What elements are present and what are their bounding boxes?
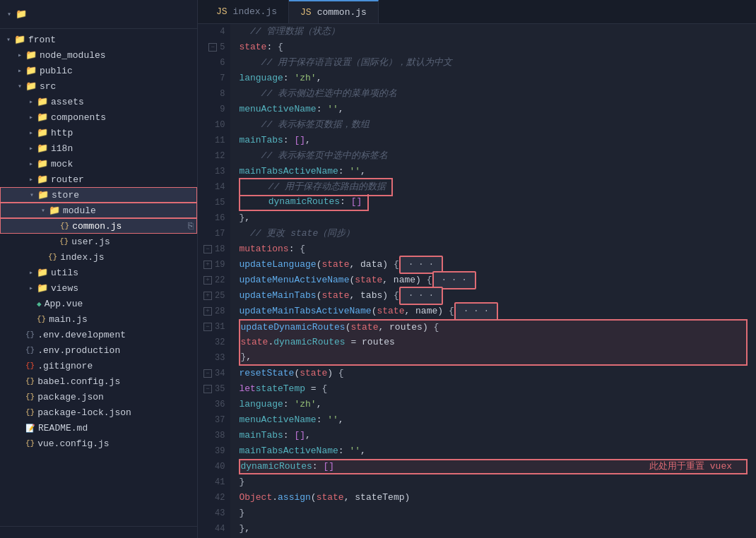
tree-item-front[interactable]: ▾📁front <box>0 32 197 47</box>
tree-label: public <box>40 66 73 76</box>
chevron-icon: ▸ <box>14 51 25 59</box>
tree-item-index.js[interactable]: {}index.js <box>0 249 197 265</box>
tree-item-node_modules[interactable]: ▸📁node_modules <box>0 47 197 63</box>
code-line-9: menuActiveName: '', <box>239 102 748 117</box>
tree-item-public[interactable]: ▸📁public <box>0 63 197 78</box>
folder-icon: 📁 <box>37 112 48 123</box>
collapsed-code[interactable]: · · · <box>454 302 498 321</box>
folder-icon: 📁 <box>14 34 25 45</box>
fold-icon[interactable]: + <box>203 307 212 316</box>
fold-icon[interactable]: − <box>203 323 212 331</box>
tree-item-README.md[interactable]: 📝README.md <box>0 420 197 436</box>
line-number-36: 36 <box>203 397 225 412</box>
line-number-13: 13 <box>203 164 225 179</box>
folder-icon: 📁 <box>37 174 48 185</box>
code-line-5: state: { <box>239 40 748 55</box>
line-number-14: 14 <box>203 179 225 195</box>
folder-icon: 📁 <box>49 205 60 216</box>
tree-item-.env.production[interactable]: {}.env.production <box>0 342 197 358</box>
code-line-16: }, <box>239 210 748 226</box>
tree-item-.env.development[interactable]: {}.env.development <box>0 327 197 342</box>
tree-label: i18n <box>51 143 73 154</box>
code-line-41: } <box>239 474 748 490</box>
tree-label: README.md <box>38 423 88 434</box>
tree-item-vue.config.js[interactable]: {}vue.config.js <box>0 436 197 451</box>
file-icon: {} <box>59 237 69 246</box>
line-number-16: 16 <box>203 210 225 226</box>
folder-icon: 📁 <box>37 189 49 201</box>
tree-item-src[interactable]: ▾📁src <box>0 78 197 94</box>
file-icon: ◆ <box>37 299 42 309</box>
fold-icon[interactable]: + <box>203 292 212 300</box>
tree-item-module[interactable]: ▾📁module <box>0 203 197 218</box>
tree-item-http[interactable]: ▸📁http <box>0 125 197 141</box>
editor-tabs: JSindex.jsJScommon.js <box>198 0 756 24</box>
fold-icon[interactable]: − <box>203 385 212 393</box>
code-line-42: Object.assign(state, stateTemp) <box>239 490 748 506</box>
tree-item-views[interactable]: ▸📁views <box>0 280 197 296</box>
file-icon: {} <box>25 361 35 370</box>
code-line-40: dynamicRoutes: [] 此处用于重置 vuex <box>239 459 748 474</box>
tree-item-router[interactable]: ▸📁router <box>0 172 197 187</box>
tree-item-user.js[interactable]: {}user.js <box>0 234 197 249</box>
tree-item-common.js[interactable]: {}common.js⎘ <box>0 218 197 234</box>
tree-label: views <box>51 283 78 294</box>
tab-common.js[interactable]: JScommon.js <box>289 0 379 23</box>
editor-content[interactable]: 4−567891011121314151617−18+19+22+25+28−3… <box>198 24 756 538</box>
tree-label: src <box>40 81 56 92</box>
file-icon: {} <box>60 222 69 230</box>
line-number-35: −35 <box>203 381 225 397</box>
tree-label: main.js <box>49 314 88 325</box>
tree-item-package-lock.json[interactable]: {}package-lock.json <box>0 405 197 420</box>
fold-icon[interactable]: − <box>208 43 217 52</box>
code-area: // 管理数据（状态） state: { // 用于保存语言设置（国际化），默认… <box>230 24 756 538</box>
chevron-icon: ▾ <box>37 206 49 215</box>
code-line-34: resetState(state) { <box>239 366 748 381</box>
line-number-17: 17 <box>203 226 225 241</box>
line-number-42: 42 <box>203 490 225 506</box>
line-number-40: 40 <box>203 459 225 474</box>
fold-icon[interactable]: + <box>203 261 212 269</box>
code-line-19: updateLanguage(state, data) { · · · <box>239 257 748 273</box>
folder-icon: 📁 <box>25 80 37 92</box>
tree-label: components <box>51 112 106 123</box>
tree-item-main.js[interactable]: {}main.js <box>0 311 197 327</box>
fold-icon[interactable]: − <box>203 369 212 378</box>
tab-index.js[interactable]: JSindex.js <box>205 0 289 23</box>
tree-item-utils[interactable]: ▸📁utils <box>0 265 197 280</box>
tree-item-store[interactable]: ▾📁store <box>0 187 197 203</box>
tree-label: index.js <box>60 252 104 263</box>
collapsed-code[interactable]: · · · <box>399 287 443 305</box>
copy-icon[interactable]: ⎘ <box>188 221 194 232</box>
tree-item-i18n[interactable]: ▸📁i18n <box>0 141 197 156</box>
folder-icon: 📁 <box>37 267 48 278</box>
fold-icon[interactable]: + <box>203 276 212 285</box>
tree-item-mock[interactable]: ▸📁mock <box>0 156 197 172</box>
tree-item-assets[interactable]: ▸📁assets <box>0 94 197 109</box>
file-icon: {} <box>25 439 35 448</box>
tree-item-.gitignore[interactable]: {}.gitignore <box>0 358 197 373</box>
folder-icon: 📁 <box>25 49 37 61</box>
sidebar-footer[interactable] <box>0 526 197 538</box>
file-icon: 📝 <box>25 424 35 433</box>
code-line-22: updateMenuActiveName(state, name) { · · … <box>239 273 748 288</box>
line-number-34: −34 <box>203 366 225 381</box>
tree-item-App.vue[interactable]: ◆App.vue <box>0 296 197 311</box>
tree-label: .gitignore <box>37 361 93 371</box>
chevron-down-icon[interactable]: ▾ <box>7 10 11 18</box>
code-line-43: } <box>239 506 748 521</box>
code-line-37: menuActiveName: '', <box>239 412 748 428</box>
code-line-39: mainTabsActiveName: '', <box>239 443 748 459</box>
line-number-9: 9 <box>203 102 225 117</box>
fold-icon[interactable]: − <box>203 245 212 253</box>
tree-item-package.json[interactable]: {}package.json <box>0 389 197 405</box>
file-icon: {} <box>25 377 35 385</box>
folder-icon: 📁 <box>37 158 48 169</box>
tree-item-babel.config.js[interactable]: {}babel.config.js <box>0 373 197 389</box>
folder-icon: 📁 <box>37 282 48 294</box>
chevron-icon: ▸ <box>25 268 37 277</box>
code-line-10: // 表示标签页数据，数组 <box>239 117 748 133</box>
code-line-31: updateDynamicRoutes(state, routes) { <box>239 319 748 335</box>
tree-item-components[interactable]: ▸📁components <box>0 109 197 125</box>
code-line-44: }, <box>239 521 748 537</box>
